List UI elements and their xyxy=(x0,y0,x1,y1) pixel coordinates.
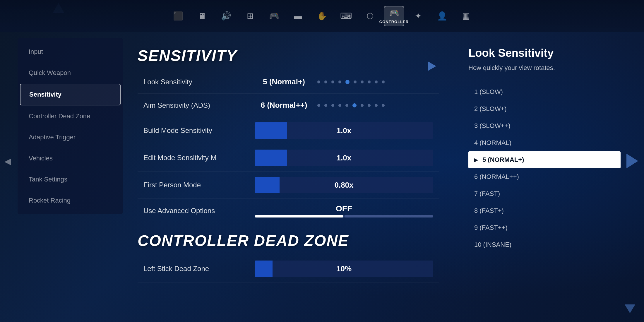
display-icon[interactable]: 🖥 xyxy=(192,6,212,26)
option-item[interactable]: 8 (FAST+) xyxy=(468,202,621,219)
slider-value-look-sensitivity: 5 (Normal+) xyxy=(255,77,313,86)
slider-dot-3 xyxy=(331,104,334,107)
slider-dot-5 xyxy=(345,80,350,84)
setting-row-first-person-mode: First Person Mode0.80x xyxy=(138,172,439,199)
section-forward-arrow xyxy=(428,61,436,71)
sidebar-item-rocket-racing[interactable]: Rocket Racing xyxy=(20,190,121,211)
setting-row-build-mode-sensitivity: Build Mode Sensitivity1.0x xyxy=(138,117,439,144)
dead-zone-heading: CONTROLLER DEAD ZONE xyxy=(138,232,439,249)
window-icon[interactable]: ▬ xyxy=(288,6,308,26)
bar-value-build-mode-sensitivity: 1.0x xyxy=(255,126,433,135)
slider-dot-4 xyxy=(338,80,341,83)
sidebar-item-adaptive-trigger[interactable]: Adaptive Trigger xyxy=(20,127,121,148)
sidebar-item-quick-weapon[interactable]: Quick Weapon xyxy=(20,63,121,83)
sidebar-item-vehicles[interactable]: Vehicles xyxy=(20,148,121,169)
panel-title: Look Sensitivity xyxy=(468,47,621,59)
option-item[interactable]: 4 (NORMAL) xyxy=(468,134,621,151)
setting-label-edit-mode-sensitivity: Edit Mode Sensitivity M xyxy=(143,154,255,162)
setting-row-edit-mode-sensitivity: Edit Mode Sensitivity M1.0x xyxy=(138,144,439,172)
setting-label-build-mode-sensitivity: Build Mode Sensitivity xyxy=(143,126,255,135)
slider-dot-3 xyxy=(331,80,334,83)
slider-dot-2 xyxy=(324,80,327,83)
sensitivity-heading: SENSITIVITY xyxy=(138,47,439,64)
bar-slider-left-stick-dead-zone[interactable]: 10% xyxy=(255,261,433,277)
bar-slider-build-mode-sensitivity[interactable]: 1.0x xyxy=(255,122,433,139)
option-arrow: ▶ xyxy=(474,157,478,163)
top-nav: ⬛🖥🔊⊞🎮▬✋⌨⬡🎮CONTROLLER✦👤▦ xyxy=(0,0,644,32)
slider-dot-6 xyxy=(354,80,357,83)
slider-dots-look-sensitivity xyxy=(316,80,433,84)
slider-dot-7 xyxy=(361,104,364,107)
slider-dot-7 xyxy=(361,80,364,83)
setting-label-left-stick-dead-zone: Left Stick Dead Zone xyxy=(143,265,255,273)
extras-icon[interactable]: ✦ xyxy=(408,6,428,26)
slider-track-aim-sensitivity[interactable] xyxy=(316,103,433,107)
setting-row-aim-sensitivity: Aim Sensitivity (ADS)6 (Normal++) xyxy=(138,94,439,117)
option-item[interactable]: ▶5 (NORMAL+) xyxy=(468,151,621,168)
sidebar: InputQuick WeaponSensitivityController D… xyxy=(18,38,123,214)
account-icon[interactable]: 👤 xyxy=(432,6,452,26)
sidebar-item-controller-dead-zone[interactable]: Controller Dead Zone xyxy=(20,106,121,126)
option-item[interactable]: 7 (FAST) xyxy=(468,185,621,202)
sidebar-item-tank-settings[interactable]: Tank Settings xyxy=(20,169,121,190)
toggle-use-advanced-options[interactable]: OFF xyxy=(255,204,433,217)
toggle-value-use-advanced-options: OFF xyxy=(255,204,433,213)
right-panel: Look Sensitivity How quickly your view r… xyxy=(457,38,632,262)
misc-icon[interactable]: ▦ xyxy=(456,6,476,26)
bar-slider-first-person-mode[interactable]: 0.80x xyxy=(255,177,433,193)
option-item[interactable]: 6 (NORMAL++) xyxy=(468,168,621,185)
nav-icon-label: CONTROLLER xyxy=(379,20,409,24)
slider-dot-10 xyxy=(382,104,385,107)
controller-icon[interactable]: 🎮CONTROLLER xyxy=(384,6,404,26)
setting-row-left-stick-dead-zone: Left Stick Dead Zone10% xyxy=(138,255,439,282)
option-item[interactable]: 3 (SLOW++) xyxy=(468,117,621,134)
slider-dots-aim-sensitivity xyxy=(316,103,433,107)
audio-icon[interactable]: 🔊 xyxy=(216,6,236,26)
slider-dot-9 xyxy=(375,80,378,83)
main-content: SENSITIVITY Look Sensitivity5 (Normal+)A… xyxy=(132,38,445,322)
controller-top-icon[interactable]: 🎮 xyxy=(264,6,284,26)
slider-dot-1 xyxy=(317,104,320,107)
slider-dot-1 xyxy=(317,80,320,83)
slider-dot-4 xyxy=(338,104,341,107)
sidebar-item-sensitivity[interactable]: Sensitivity xyxy=(20,84,121,105)
slider-dot-2 xyxy=(324,104,327,107)
bar-slider-edit-mode-sensitivity[interactable]: 1.0x xyxy=(255,150,433,166)
sidebar-item-input[interactable]: Input xyxy=(20,42,121,62)
touch-icon[interactable]: ✋ xyxy=(312,6,332,26)
option-item[interactable]: 2 (SLOW+) xyxy=(468,100,621,117)
bar-value-edit-mode-sensitivity: 1.0x xyxy=(255,153,433,162)
setting-label-look-sensitivity: Look Sensitivity xyxy=(143,78,255,86)
network-icon[interactable]: ⬡ xyxy=(360,6,380,26)
gameplay-icon[interactable]: ⊞ xyxy=(240,6,260,26)
option-item[interactable]: 10 (INSANE) xyxy=(468,236,621,253)
slider-container-aim-sensitivity[interactable]: 6 (Normal++) xyxy=(255,101,433,110)
setting-label-aim-sensitivity: Aim Sensitivity (ADS) xyxy=(143,101,255,109)
left-nav-arrow[interactable]: ◀ xyxy=(4,156,11,166)
input-icon[interactable]: ⬛ xyxy=(168,6,188,26)
slider-dot-9 xyxy=(375,104,378,107)
slider-container-look-sensitivity[interactable]: 5 (Normal+) xyxy=(255,77,433,86)
slider-value-aim-sensitivity: 6 (Normal++) xyxy=(255,101,313,110)
toggle-track-use-advanced-options xyxy=(255,215,433,217)
slider-dot-6 xyxy=(352,103,357,107)
slider-dot-5 xyxy=(345,104,348,107)
setting-label-use-advanced-options: Use Advanced Options xyxy=(143,207,255,215)
setting-row-use-advanced-options: Use Advanced OptionsOFF xyxy=(138,199,439,223)
bar-value-first-person-mode: 0.80x xyxy=(255,181,433,190)
option-item[interactable]: 1 (SLOW) xyxy=(468,83,621,100)
slider-dot-8 xyxy=(368,80,371,83)
slider-track-look-sensitivity[interactable] xyxy=(316,80,433,84)
option-item[interactable]: 9 (FAST++) xyxy=(468,219,621,236)
keyboard-icon[interactable]: ⌨ xyxy=(336,6,356,26)
panel-description: How quickly your view rotates. xyxy=(468,64,621,72)
setting-row-look-sensitivity: Look Sensitivity5 (Normal+) xyxy=(138,70,439,94)
setting-label-first-person-mode: First Person Mode xyxy=(143,181,255,189)
slider-dot-8 xyxy=(368,104,371,107)
slider-dot-10 xyxy=(382,80,385,83)
bar-value-left-stick-dead-zone: 10% xyxy=(255,264,433,273)
